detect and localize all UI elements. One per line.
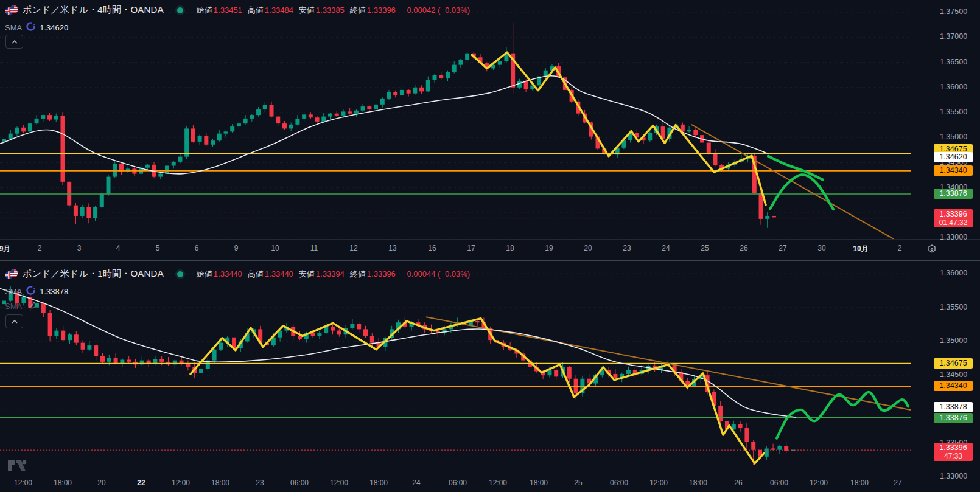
time-tick: 12:00 <box>14 479 32 487</box>
time-tick: 25 <box>574 479 582 487</box>
gbpusd-flag-icon <box>5 5 18 15</box>
ohlc-close: 終値1.33396 <box>350 5 401 16</box>
price-axis[interactable]: 1.375001.370001.365001.360001.355001.350… <box>911 0 980 492</box>
time-tick: 18:00 <box>530 479 548 487</box>
time-tick: 17 <box>467 244 475 252</box>
time-tick: 18 <box>506 244 514 252</box>
time-tick: 06:00 <box>770 479 788 487</box>
time-tick: 11 <box>310 244 318 252</box>
time-tick: 12:00 <box>649 479 668 487</box>
pane-divider[interactable] <box>0 260 980 261</box>
time-axis-4h[interactable]: 9月23456910111213161718192023242526273010… <box>0 240 980 260</box>
time-tick: 13 <box>388 244 396 252</box>
time-tick: 18:00 <box>54 479 72 487</box>
time-tick: 20 <box>584 244 592 252</box>
ohlc-high: 高値1.33440 <box>248 269 299 280</box>
time-tick: 2 <box>898 244 902 252</box>
ohlc-open: 始値1.33440 <box>197 269 248 280</box>
price-value-label: 1.34675 <box>934 358 973 369</box>
sma-loading-icon <box>26 22 35 33</box>
price-tick: 1.33000 <box>934 233 973 241</box>
time-tick: 10 <box>271 244 279 252</box>
trading-chart-app: { "colors": { "background": "#0d111c", "… <box>0 0 980 492</box>
time-tick: 18:00 <box>850 479 869 487</box>
sma-indicator-row-4h[interactable]: SMA 1.34620 <box>5 22 470 33</box>
time-tick: 12:00 <box>172 479 190 487</box>
price-value-label: 1.34620 <box>934 152 973 162</box>
time-tick: 18:00 <box>211 479 229 487</box>
time-tick: 27 <box>779 244 786 252</box>
time-tick: 3 <box>77 244 82 252</box>
price-change: −0.00042 (−0.03%) <box>402 5 470 15</box>
time-tick: 12:00 <box>489 479 507 487</box>
time-tick: 16 <box>428 244 436 252</box>
time-tick: 2 <box>38 244 42 252</box>
time-tick: 19 <box>545 244 553 252</box>
sma-value-1h: 1.33878 <box>40 287 68 296</box>
time-tick: 9 <box>234 244 239 252</box>
price-tick: 1.35000 <box>934 336 973 345</box>
panel-1h-legend: ポンド／米ドル・1時間・OANDA 始値1.33440 高値1.33440 安値… <box>5 268 470 297</box>
price-tick: 1.36000 <box>934 269 973 277</box>
price-tick: 1.35000 <box>934 133 973 141</box>
hidden-sma-indicator-row[interactable]: SMA <box>5 300 37 312</box>
time-tick: 22 <box>137 479 145 487</box>
price-tick: 1.36000 <box>934 83 973 91</box>
time-tick: 30 <box>817 244 825 252</box>
ohlc-high: 高値1.33484 <box>248 5 299 16</box>
gbpusd-4h-plot[interactable] <box>0 12 911 239</box>
time-tick: 24 <box>662 244 670 252</box>
eye-off-icon[interactable] <box>27 300 37 312</box>
time-tick: 26 <box>734 479 742 487</box>
gbpusd-flag-icon <box>5 269 18 279</box>
time-tick: 23 <box>256 479 264 487</box>
price-value-label: 1.33878 <box>934 402 973 412</box>
time-tick: 06:00 <box>610 479 628 487</box>
time-tick: 6 <box>195 244 199 252</box>
collapse-legend-button-4h[interactable] <box>5 35 23 49</box>
time-tick: 18:00 <box>689 479 707 487</box>
time-tick: 06:00 <box>290 479 309 487</box>
time-tick: 24 <box>412 479 420 487</box>
panel-4h-legend: ポンド／米ドル・4時間・OANDA 始値1.33451 高値1.33484 安値… <box>5 4 470 33</box>
time-tick: 12:00 <box>330 479 348 487</box>
time-axis-settings-button[interactable] <box>924 242 940 255</box>
time-tick: 12:00 <box>810 479 828 487</box>
time-tick: 25 <box>701 244 709 252</box>
price-value-label: 1.34340 <box>934 381 973 391</box>
time-tick: 4 <box>116 244 121 252</box>
price-value-label: 1.33876 <box>934 413 973 423</box>
time-tick: 06:00 <box>449 479 467 487</box>
price-tick: 1.36500 <box>934 58 973 66</box>
market-status-icon[interactable] <box>177 271 183 277</box>
symbol-title-4h[interactable]: ポンド／米ドル・4時間・OANDA <box>23 4 164 16</box>
time-tick: 5 <box>156 244 160 252</box>
sma-loading-icon <box>26 286 35 297</box>
time-tick: 23 <box>623 244 631 252</box>
price-tick: 1.33000 <box>934 472 973 480</box>
time-tick: 27 <box>894 479 901 487</box>
market-status-icon[interactable] <box>177 7 183 13</box>
ohlc-low: 安値1.33394 <box>299 269 350 280</box>
time-axis-1h[interactable]: 12:0018:00202212:0018:002306:0012:0018:0… <box>0 474 980 492</box>
time-tick: 12 <box>349 244 357 252</box>
sma-indicator-row-1h[interactable]: SMA 1.33878 <box>5 286 470 297</box>
price-value-label: 1.3339601:47:32 <box>934 209 973 227</box>
tradingview-logo[interactable] <box>6 456 29 476</box>
time-tick: 20 <box>97 479 105 487</box>
price-tick: 1.37500 <box>934 7 973 16</box>
time-tick: 18:00 <box>369 479 388 487</box>
ohlc-open: 始値1.33451 <box>197 5 248 16</box>
price-value-label: 1.33876 <box>934 189 973 199</box>
symbol-title-1h[interactable]: ポンド／米ドル・1時間・OANDA <box>23 268 164 280</box>
price-value-label: 1.34340 <box>934 165 973 176</box>
price-tick: 1.35500 <box>934 303 973 311</box>
time-tick: 26 <box>740 244 747 252</box>
ohlc-low: 安値1.33385 <box>299 5 350 16</box>
sma-value-4h: 1.34620 <box>40 23 68 32</box>
price-tick: 1.37000 <box>934 32 973 41</box>
price-value-label: 1.3339647:33 <box>934 443 973 461</box>
price-tick: 1.35500 <box>934 108 973 116</box>
gbpusd-1h-plot[interactable] <box>0 274 911 477</box>
collapse-legend-button-1h[interactable] <box>5 314 23 328</box>
